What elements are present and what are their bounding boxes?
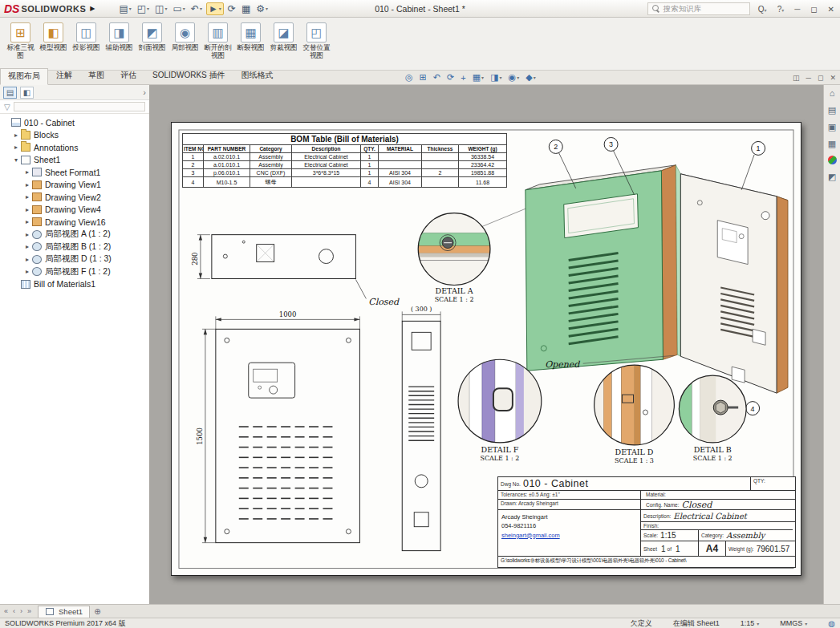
view-orientation-dropdown[interactable]: ▦▾ [473, 72, 484, 83]
auxiliary-view-button[interactable]: ◨辅助视图 [103, 21, 135, 52]
sheet-tab-sheet1[interactable]: Sheet1 [38, 606, 90, 618]
author-email-link[interactable]: sheingart@gmail.com [501, 531, 637, 540]
drawing-view-side[interactable] [402, 321, 440, 550]
maximize-button[interactable]: ◻ [808, 5, 819, 14]
previous-view-icon[interactable]: ↶ [433, 72, 440, 83]
pane-split-icon[interactable]: ◫ [793, 74, 800, 82]
tree-item-drawing-view2[interactable]: ▸Drawing View2 [0, 191, 149, 204]
closed-annotation[interactable]: Closed [355, 279, 400, 307]
tree-item-drawing-view16[interactable]: ▸Drawing View16 [0, 216, 149, 229]
open-button[interactable]: ◰▾ [136, 3, 151, 14]
graphics-area[interactable]: 280 Closed [150, 85, 823, 604]
expand-arrow-icon[interactable]: ▸ [23, 206, 31, 213]
tree-item-detail-view-f[interactable]: ▸局部视图 F (1 : 2) [0, 265, 149, 278]
detail-view-b[interactable]: DETAIL B SCALE 1 : 2 [679, 375, 746, 462]
drawing-view-top[interactable] [212, 235, 356, 279]
tree-item-sheet1[interactable]: ▾Sheet1 [0, 154, 149, 167]
units-selector[interactable]: MMGS▾ [780, 619, 807, 627]
expand-arrow-icon[interactable]: ▸ [23, 168, 31, 176]
tab-view-layout[interactable]: 视图布局 [0, 68, 48, 85]
expand-arrow-icon[interactable]: ▸ [23, 218, 31, 225]
projected-view-button[interactable]: ◫投影视图 [71, 21, 102, 52]
tree-item-sheet-format1[interactable]: ▸Sheet Format1 [0, 166, 149, 179]
dimension-1500[interactable]: 1500 [196, 329, 216, 542]
solidworks-logo[interactable]: DS SOLIDWORKS ▶ [4, 2, 95, 15]
view-palette-icon[interactable]: ▦ [828, 139, 836, 148]
tree-item-annotations[interactable]: ▸Annotations [0, 141, 149, 154]
doc-close-icon[interactable]: ✕ [830, 74, 836, 82]
custom-properties-icon[interactable]: ◩ [828, 172, 836, 181]
property-manager-tab[interactable]: ◧ [20, 87, 34, 99]
next-sheet-icon[interactable]: › [18, 607, 24, 615]
add-sheet-button[interactable]: ⊕ [94, 607, 100, 616]
doc-restore-icon[interactable]: ◻ [818, 74, 823, 82]
tab-evaluate[interactable]: 评估 [112, 67, 144, 84]
tab-addins[interactable]: SOLIDWORKS 插件 [144, 67, 233, 84]
expand-arrow-icon[interactable]: ▸ [12, 132, 20, 139]
save-button[interactable]: ◫▾ [153, 3, 168, 14]
bom-row[interactable]: 4M10-1.5螺母 4AISI 30411.68 [183, 177, 507, 188]
drawing-view-front[interactable] [216, 329, 360, 542]
search-scope-dropdown[interactable]: Q▾ [756, 5, 769, 14]
tab-sketch[interactable]: 草图 [80, 67, 112, 84]
help-button[interactable]: ?▾ [775, 5, 787, 14]
doc-minimize-icon[interactable]: ─ [806, 74, 811, 82]
options-button[interactable]: ⚙▾ [254, 3, 270, 14]
detail-view-d[interactable]: DETAIL D SCALE 1 : 3 [594, 365, 675, 464]
hide-show-items-dropdown[interactable]: ◉▾ [509, 72, 520, 83]
tree-item-drawing-view4[interactable]: ▸Drawing View4 [0, 204, 149, 217]
minimize-button[interactable]: ─ [792, 5, 802, 14]
section-view-button[interactable]: ◩剖面视图 [136, 21, 168, 52]
appearances-icon[interactable]: ● [828, 156, 837, 164]
zoom-fit-icon[interactable]: ◎ [405, 72, 413, 83]
dimension-280[interactable]: 280 [191, 235, 210, 279]
drawing-sheet[interactable]: 280 Closed [171, 122, 801, 576]
file-properties-button[interactable]: ▦ [240, 3, 252, 14]
sheet-scale-selector[interactable]: 1:15▾ [741, 619, 760, 627]
crop-view-button[interactable]: ◪剪裁视图 [268, 21, 299, 52]
dimension-300[interactable]: ( 300 ) [402, 306, 440, 321]
tree-item-drawing-view1[interactable]: ▸Drawing View1 [0, 179, 149, 192]
feature-tree-tab[interactable]: ▤ [3, 87, 17, 99]
tree-filter-input[interactable] [14, 102, 145, 111]
previous-sheet-icon[interactable]: ‹ [11, 607, 17, 615]
new-document-button[interactable]: ▤▾ [117, 3, 132, 14]
tree-item-bill-of-materials[interactable]: Bill of Materials1 [0, 278, 149, 291]
display-style-dropdown[interactable]: ◨▾ [490, 72, 501, 83]
design-library-icon[interactable]: ▤ [828, 105, 836, 115]
bom-row[interactable]: 1a.02.010.1AssemblyElectrical Cabinet 13… [183, 153, 507, 161]
zoom-area-icon[interactable]: ⊞ [420, 72, 427, 83]
file-explorer-icon[interactable]: ▣ [828, 122, 836, 132]
drawing-view-isometric-closed[interactable] [526, 165, 680, 371]
alternate-position-view-button[interactable]: ◰交替位置视图 [301, 21, 332, 60]
select-button[interactable]: ►▾ [206, 2, 224, 15]
expand-arrow-icon[interactable]: ▸ [23, 181, 31, 188]
first-sheet-icon[interactable]: « [2, 607, 10, 615]
rotate-view-icon[interactable]: ⟳ [447, 72, 454, 83]
expand-arrow-icon[interactable]: ▸ [23, 231, 31, 238]
rebuild-button[interactable]: ⟳ [226, 3, 237, 14]
tree-item-blocks[interactable]: ▸Blocks [0, 129, 149, 142]
undo-button[interactable]: ↶▾ [189, 3, 204, 14]
close-button[interactable]: ✕ [826, 5, 837, 14]
tab-annotation[interactable]: 注解 [48, 67, 80, 84]
panel-expand-chevron-icon[interactable]: › [143, 87, 146, 97]
bom-table[interactable]: BOM Table (Bill of Materials) ITEM NO.PA… [182, 133, 507, 188]
detail-view-f[interactable]: DETAIL F SCALE 1 : 2 [458, 359, 542, 462]
print-button[interactable]: ▭▾ [171, 3, 186, 14]
standard-3-view-button[interactable]: ⊞标准三视图 [5, 21, 36, 60]
bom-row[interactable]: 3p.06.010.1CNC (DXF)3*6*8.3*15 1AISI 304… [183, 169, 507, 177]
appearance-dropdown[interactable]: ◆▾ [526, 72, 535, 83]
tree-item-detail-view-a[interactable]: ▸局部视图 A (1 : 2) [0, 229, 149, 241]
balloon-1[interactable]: 1 [741, 141, 765, 189]
detail-view-button[interactable]: ◉局部视图 [169, 21, 201, 52]
tree-item-document[interactable]: 010 - Cabinet [0, 116, 149, 129]
bom-row[interactable]: 2a.01.010.1AssemblyElectrical Cabinet 12… [183, 161, 507, 169]
last-sheet-icon[interactable]: » [26, 607, 33, 615]
expand-arrow-icon[interactable]: ▸ [23, 256, 31, 263]
expand-arrow-icon[interactable]: ▸ [23, 243, 31, 250]
dimension-1000[interactable]: 1000 [216, 310, 360, 329]
resources-home-icon[interactable]: ⌂ [830, 88, 835, 98]
drawing-view-opened-door[interactable] [680, 174, 788, 393]
expand-arrow-icon[interactable]: ▾ [12, 156, 20, 164]
